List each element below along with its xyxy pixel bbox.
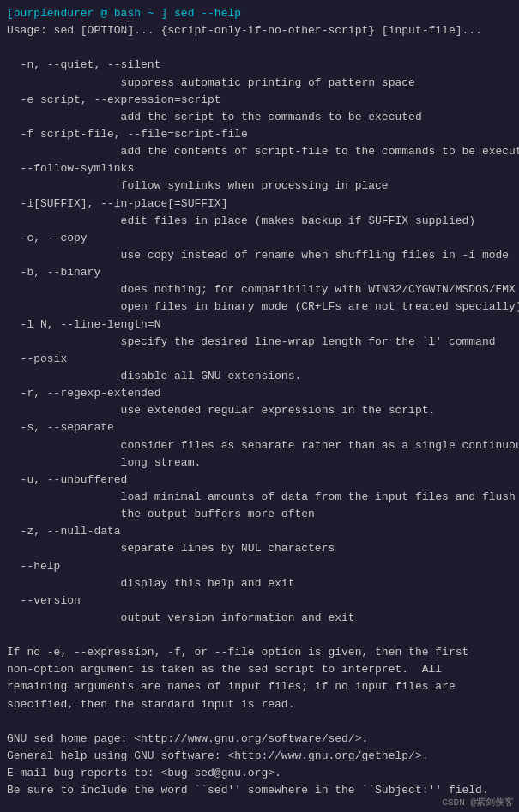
opt-help: --help — [7, 558, 512, 575]
opt-b: -b, --binary — [7, 264, 512, 281]
opt-c-desc: use copy instead of rename when shufflin… — [7, 247, 512, 264]
opt-e: -e script, --expression=script — [7, 92, 512, 109]
info-line3: remaining arguments are names of input f… — [7, 678, 512, 695]
prompt-line-bottom[interactable]: [purplendurer @ bash ~ ] — [7, 799, 512, 812]
info-line2: non-option argument is taken as the sed … — [7, 661, 512, 678]
opt-e-desc: add the script to the commands to be exe… — [7, 109, 512, 126]
opt-s-desc1: consider files as separate rather than a… — [7, 437, 512, 454]
info-line4: specified, then the standard input is re… — [7, 696, 512, 713]
opt-help-desc: display this help and exit — [7, 575, 512, 592]
opt-z-desc: separate lines by NUL characters — [7, 540, 512, 557]
opt-r-desc: use extended regular expressions in the … — [7, 402, 512, 419]
opt-n-desc: suppress automatic printing of pattern s… — [7, 75, 512, 92]
opt-i-desc: edit files in place (makes backup if SUF… — [7, 213, 512, 230]
prompt-line-top: [purplendurer @ bash ~ ] sed --help — [7, 5, 512, 22]
opt-f: -f script-file, --file=script-file — [7, 126, 512, 143]
opt-z: -z, --null-data — [7, 523, 512, 540]
opt-b-desc2: open files in binary mode (CR+LFs are no… — [7, 298, 512, 316]
watermark-text: CSDN @紫剑侠客 — [442, 796, 514, 809]
opt-f-desc: add the contents of script-file to the c… — [7, 143, 512, 160]
opt-l-desc: specify the desired line-wrap length for… — [7, 334, 512, 351]
opt-s: -s, --separate — [7, 419, 512, 436]
opt-n: -n, --quiet, --silent — [7, 57, 512, 74]
gnu-help: General help using GNU software: <http:/… — [7, 748, 512, 765]
empty-line-3 — [7, 713, 512, 731]
opt-s-desc2: long stream. — [7, 454, 512, 472]
info-line1: If no -e, --expression, -f, or --file op… — [7, 644, 512, 661]
opt-b-desc1: does nothing; for compatibility with WIN… — [7, 281, 512, 298]
empty-line-2 — [7, 627, 512, 644]
opt-posix-desc: disable all GNU extensions. — [7, 368, 512, 385]
opt-version-desc: output version information and exit — [7, 610, 512, 627]
opt-c: -c, --copy — [7, 230, 512, 247]
bug-report: E-mail bug reports to: <bug-sed@gnu.org>… — [7, 765, 512, 782]
subject-line: Be sure to include the word ``sed'' some… — [7, 782, 512, 799]
opt-r: -r, --regexp-extended — [7, 385, 512, 402]
opt-u: -u, --unbuffered — [7, 472, 512, 489]
opt-u-desc1: load minimal amounts of data from the in… — [7, 489, 512, 506]
opt-follow-desc: follow symlinks when processing in place — [7, 177, 512, 195]
opt-i: -i[SUFFIX], --in-place[=SUFFIX] — [7, 195, 512, 213]
terminal-window: [purplendurer @ bash ~ ] sed --help Usag… — [0, 0, 519, 812]
opt-l: -l N, --line-length=N — [7, 316, 512, 334]
gnu-home: GNU sed home page: <http://www.gnu.org/s… — [7, 731, 512, 748]
usage-line: Usage: sed [OPTION]... {script-only-if-n… — [7, 22, 512, 39]
opt-follow: --follow-symlinks — [7, 160, 512, 177]
opt-posix: --posix — [7, 351, 512, 368]
opt-version: --version — [7, 592, 512, 610]
opt-u-desc2: the output buffers more often — [7, 506, 512, 523]
empty-line-1 — [7, 39, 512, 57]
